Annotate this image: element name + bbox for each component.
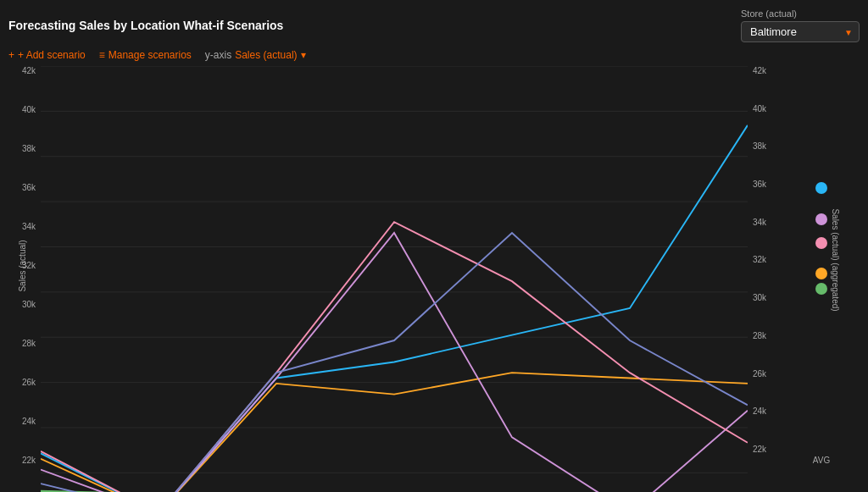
y-tick: 34k [22,222,36,231]
add-icon: + [8,49,14,61]
add-scenario-label: + Add scenario [18,49,86,61]
avg-dot-scenario1 [815,268,827,282]
y-axis-right: 42k 40k 38k 36k 34k 32k 30k 28k 26k 24k … [748,66,783,454]
y-axis-right-label: Sales (actual) (aggregated) [831,208,840,311]
y-axis-left: Sales (actual) 42k 40k 38k 36k 34k 32k 3… [8,66,41,465]
y-tick: 26k [22,378,36,387]
page-title: Forecasting Sales by Location What-if Sc… [8,19,283,32]
avg-dot-scenario4 [815,237,827,252]
manage-scenarios-label: Manage scenarios [108,49,192,61]
y-tick: 42k [22,66,36,75]
yaxis-label: y-axis [205,49,231,61]
add-scenario-button[interactable]: + + Add scenario [8,49,86,61]
manage-icon: ≡ [99,49,105,61]
avg-dot-forecast [815,283,827,297]
avg-dot-scenario2 [815,182,827,196]
store-dropdown[interactable]: Baltimore New York Chicago [741,21,860,42]
y-tick: 30k [22,300,36,309]
y-tick: 24k [22,417,36,426]
y-tick: 22k [22,456,36,465]
store-label: Store (actual) [741,8,797,19]
y-tick: 36k [22,183,36,192]
y-axis-left-label: Sales (actual) [18,240,27,291]
yaxis-value: Sales (actual) [235,49,297,61]
yaxis-chevron-icon: ▾ [301,49,306,61]
y-tick: 28k [22,339,36,348]
yaxis-button[interactable]: y-axis Sales (actual) ▾ [205,49,306,61]
avg-x-label: AVG [783,454,860,465]
manage-scenarios-button[interactable]: ≡ Manage scenarios [99,49,192,61]
y-tick: 38k [22,144,36,153]
svg-rect-1 [41,66,748,492]
main-chart [41,66,748,492]
avg-dot-scenario3 [815,213,827,228]
y-tick: 40k [22,105,36,114]
